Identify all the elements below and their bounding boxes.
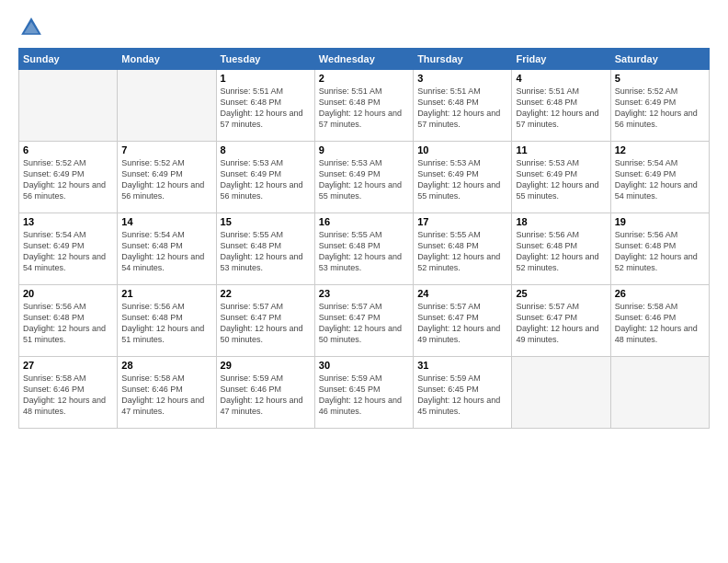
- calendar-cell: 1 Sunrise: 5:51 AM Sunset: 6:48 PM Dayli…: [216, 70, 314, 142]
- day-number: 14: [121, 216, 211, 227]
- cell-details: Sunrise: 5:54 AM Sunset: 6:48 PM Dayligh…: [121, 229, 211, 274]
- calendar-day-header: Thursday: [414, 49, 512, 70]
- calendar-cell: 11 Sunrise: 5:53 AM Sunset: 6:49 PM Dayl…: [512, 142, 610, 213]
- cell-details: Sunrise: 5:58 AM Sunset: 6:46 PM Dayligh…: [615, 301, 705, 346]
- cell-details: Sunrise: 5:53 AM Sunset: 6:49 PM Dayligh…: [221, 157, 311, 202]
- cell-details: Sunrise: 5:57 AM Sunset: 6:47 PM Dayligh…: [417, 301, 507, 346]
- calendar-week-row: 1 Sunrise: 5:51 AM Sunset: 6:48 PM Dayli…: [19, 70, 710, 142]
- cell-details: Sunrise: 5:57 AM Sunset: 6:47 PM Dayligh…: [516, 301, 606, 346]
- calendar-cell: 24 Sunrise: 5:57 AM Sunset: 6:47 PM Dayl…: [414, 285, 512, 357]
- cell-details: Sunrise: 5:53 AM Sunset: 6:49 PM Dayligh…: [319, 157, 409, 202]
- cell-details: Sunrise: 5:52 AM Sunset: 6:49 PM Dayligh…: [121, 157, 211, 202]
- cell-details: Sunrise: 5:55 AM Sunset: 6:48 PM Dayligh…: [221, 229, 311, 274]
- cell-details: Sunrise: 5:51 AM Sunset: 6:48 PM Dayligh…: [319, 86, 409, 131]
- cell-details: Sunrise: 5:58 AM Sunset: 6:46 PM Dayligh…: [121, 373, 211, 418]
- day-number: 16: [319, 216, 409, 227]
- cell-details: Sunrise: 5:51 AM Sunset: 6:48 PM Dayligh…: [221, 86, 311, 131]
- day-number: 7: [121, 144, 211, 155]
- day-number: 30: [319, 360, 409, 371]
- day-number: 27: [23, 360, 113, 371]
- cell-details: Sunrise: 5:53 AM Sunset: 6:49 PM Dayligh…: [516, 157, 606, 202]
- calendar-week-row: 27 Sunrise: 5:58 AM Sunset: 6:46 PM Dayl…: [19, 357, 710, 429]
- day-number: 26: [615, 288, 705, 299]
- day-number: 17: [417, 216, 507, 227]
- day-number: 6: [23, 144, 113, 155]
- cell-details: Sunrise: 5:52 AM Sunset: 6:49 PM Dayligh…: [615, 86, 705, 131]
- calendar-cell: [610, 357, 709, 429]
- page: SundayMondayTuesdayWednesdayThursdayFrid…: [0, 0, 728, 563]
- calendar-cell: 29 Sunrise: 5:59 AM Sunset: 6:46 PM Dayl…: [216, 357, 314, 429]
- cell-details: Sunrise: 5:54 AM Sunset: 6:49 PM Dayligh…: [23, 229, 113, 274]
- day-number: 29: [221, 360, 311, 371]
- calendar-cell: [118, 70, 216, 142]
- calendar-week-row: 13 Sunrise: 5:54 AM Sunset: 6:49 PM Dayl…: [19, 213, 710, 285]
- calendar-cell: 9 Sunrise: 5:53 AM Sunset: 6:49 PM Dayli…: [314, 142, 413, 213]
- calendar-cell: 4 Sunrise: 5:51 AM Sunset: 6:48 PM Dayli…: [512, 70, 610, 142]
- day-number: 28: [121, 360, 211, 371]
- calendar-cell: 28 Sunrise: 5:58 AM Sunset: 6:46 PM Dayl…: [118, 357, 216, 429]
- calendar-cell: 3 Sunrise: 5:51 AM Sunset: 6:48 PM Dayli…: [414, 70, 512, 142]
- day-number: 21: [121, 288, 211, 299]
- calendar-cell: 19 Sunrise: 5:56 AM Sunset: 6:48 PM Dayl…: [610, 213, 709, 285]
- header: [18, 15, 710, 40]
- cell-details: Sunrise: 5:56 AM Sunset: 6:48 PM Dayligh…: [615, 229, 705, 274]
- day-number: 2: [319, 73, 409, 84]
- calendar-day-header: Sunday: [19, 49, 118, 70]
- calendar-cell: 2 Sunrise: 5:51 AM Sunset: 6:48 PM Dayli…: [314, 70, 413, 142]
- cell-details: Sunrise: 5:56 AM Sunset: 6:48 PM Dayligh…: [121, 301, 211, 346]
- day-number: 24: [417, 288, 507, 299]
- calendar-cell: 16 Sunrise: 5:55 AM Sunset: 6:48 PM Dayl…: [314, 213, 413, 285]
- calendar-cell: 30 Sunrise: 5:59 AM Sunset: 6:45 PM Dayl…: [314, 357, 413, 429]
- calendar-cell: 13 Sunrise: 5:54 AM Sunset: 6:49 PM Dayl…: [19, 213, 118, 285]
- calendar-cell: 21 Sunrise: 5:56 AM Sunset: 6:48 PM Dayl…: [118, 285, 216, 357]
- logo: [18, 15, 48, 40]
- calendar-cell: 14 Sunrise: 5:54 AM Sunset: 6:48 PM Dayl…: [118, 213, 216, 285]
- calendar-cell: 15 Sunrise: 5:55 AM Sunset: 6:48 PM Dayl…: [216, 213, 314, 285]
- calendar-cell: 31 Sunrise: 5:59 AM Sunset: 6:45 PM Dayl…: [414, 357, 512, 429]
- calendar-cell: [512, 357, 610, 429]
- cell-details: Sunrise: 5:58 AM Sunset: 6:46 PM Dayligh…: [23, 373, 113, 418]
- calendar-cell: 27 Sunrise: 5:58 AM Sunset: 6:46 PM Dayl…: [19, 357, 118, 429]
- calendar-day-header: Friday: [512, 49, 610, 70]
- calendar-table: SundayMondayTuesdayWednesdayThursdayFrid…: [18, 48, 710, 429]
- calendar-cell: 22 Sunrise: 5:57 AM Sunset: 6:47 PM Dayl…: [216, 285, 314, 357]
- cell-details: Sunrise: 5:51 AM Sunset: 6:48 PM Dayligh…: [417, 86, 507, 131]
- day-number: 20: [23, 288, 113, 299]
- calendar-week-row: 6 Sunrise: 5:52 AM Sunset: 6:49 PM Dayli…: [19, 142, 710, 213]
- calendar-day-header: Monday: [118, 49, 216, 70]
- day-number: 15: [221, 216, 311, 227]
- calendar-cell: 5 Sunrise: 5:52 AM Sunset: 6:49 PM Dayli…: [610, 70, 709, 142]
- calendar-cell: 8 Sunrise: 5:53 AM Sunset: 6:49 PM Dayli…: [216, 142, 314, 213]
- day-number: 9: [319, 144, 409, 155]
- day-number: 4: [516, 73, 606, 84]
- cell-details: Sunrise: 5:52 AM Sunset: 6:49 PM Dayligh…: [23, 157, 113, 202]
- day-number: 18: [516, 216, 606, 227]
- calendar-week-row: 20 Sunrise: 5:56 AM Sunset: 6:48 PM Dayl…: [19, 285, 710, 357]
- calendar-cell: 17 Sunrise: 5:55 AM Sunset: 6:48 PM Dayl…: [414, 213, 512, 285]
- calendar-day-header: Wednesday: [314, 49, 413, 70]
- cell-details: Sunrise: 5:56 AM Sunset: 6:48 PM Dayligh…: [23, 301, 113, 346]
- calendar-day-header: Tuesday: [216, 49, 314, 70]
- day-number: 8: [221, 144, 311, 155]
- calendar-cell: [19, 70, 118, 142]
- day-number: 10: [417, 144, 507, 155]
- cell-details: Sunrise: 5:54 AM Sunset: 6:49 PM Dayligh…: [615, 157, 705, 202]
- day-number: 12: [615, 144, 705, 155]
- calendar-cell: 6 Sunrise: 5:52 AM Sunset: 6:49 PM Dayli…: [19, 142, 118, 213]
- day-number: 22: [221, 288, 311, 299]
- cell-details: Sunrise: 5:51 AM Sunset: 6:48 PM Dayligh…: [516, 86, 606, 131]
- calendar-cell: 7 Sunrise: 5:52 AM Sunset: 6:49 PM Dayli…: [118, 142, 216, 213]
- calendar-cell: 10 Sunrise: 5:53 AM Sunset: 6:49 PM Dayl…: [414, 142, 512, 213]
- day-number: 23: [319, 288, 409, 299]
- calendar-header-row: SundayMondayTuesdayWednesdayThursdayFrid…: [19, 49, 710, 70]
- cell-details: Sunrise: 5:55 AM Sunset: 6:48 PM Dayligh…: [319, 229, 409, 274]
- day-number: 31: [417, 360, 507, 371]
- calendar-day-header: Saturday: [610, 49, 709, 70]
- cell-details: Sunrise: 5:59 AM Sunset: 6:46 PM Dayligh…: [221, 373, 311, 418]
- cell-details: Sunrise: 5:53 AM Sunset: 6:49 PM Dayligh…: [417, 157, 507, 202]
- cell-details: Sunrise: 5:57 AM Sunset: 6:47 PM Dayligh…: [319, 301, 409, 346]
- cell-details: Sunrise: 5:55 AM Sunset: 6:48 PM Dayligh…: [417, 229, 507, 274]
- calendar-cell: 25 Sunrise: 5:57 AM Sunset: 6:47 PM Dayl…: [512, 285, 610, 357]
- cell-details: Sunrise: 5:59 AM Sunset: 6:45 PM Dayligh…: [417, 373, 507, 418]
- logo-icon: [18, 15, 44, 40]
